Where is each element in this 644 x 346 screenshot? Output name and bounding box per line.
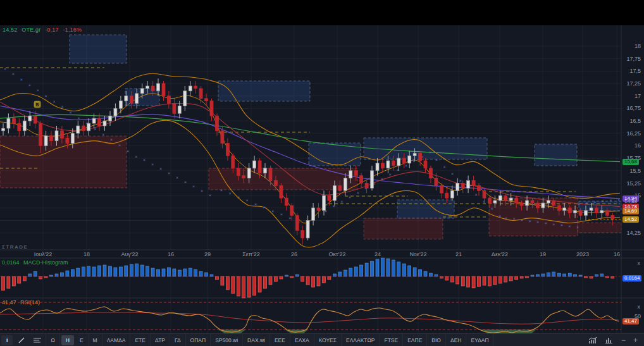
x-marker: × — [220, 188, 223, 193]
macd-histogram-bar — [269, 276, 272, 285]
x-marker: × — [443, 164, 445, 170]
chart-style-line-icon[interactable] — [585, 334, 601, 346]
timeframe-button-Ω[interactable]: Ω — [46, 334, 59, 346]
supply-demand-zone-red[interactable] — [0, 136, 127, 188]
macd-histogram-bar — [140, 265, 144, 276]
candle-body — [419, 153, 422, 161]
time-axis-strip[interactable] — [0, 250, 644, 258]
macd-histogram-bar — [430, 273, 433, 276]
symbol-button-FTSE[interactable]: FTSE — [380, 334, 403, 346]
x-marker: × — [263, 205, 266, 210]
macd-close-icon[interactable]: x — [638, 260, 641, 266]
macd-histogram-bar — [162, 269, 165, 276]
candle-body — [338, 185, 342, 190]
x-marker: × — [288, 216, 291, 221]
x-marker: × — [53, 99, 56, 104]
candle-body — [23, 121, 26, 131]
object-list-icon[interactable] — [29, 334, 46, 346]
symbol-button-DAX.wi[interactable]: DAX.wi — [243, 334, 270, 346]
candle-body — [445, 193, 449, 198]
symbol-button-SP500.wi[interactable]: SP500.wi — [211, 334, 243, 346]
supply-demand-zone-blue[interactable] — [364, 138, 487, 159]
candle-body — [146, 86, 149, 89]
price-axis-tick: 16,75 — [626, 105, 641, 111]
rsi-indicator-label[interactable]: 41,47 RSI(14) — [2, 299, 40, 306]
x-marker: × — [228, 191, 231, 196]
macd-histogram-bar — [274, 276, 277, 281]
candle-body — [600, 211, 604, 213]
volume-histogram-icon[interactable] — [601, 334, 617, 346]
timeframe-button-Ε[interactable]: Ε — [75, 334, 89, 346]
macd-histogram-bar — [39, 276, 42, 279]
trendline-tool-icon[interactable] — [14, 334, 29, 346]
symbol-button-ΕΤΕ[interactable]: ΕΤΕ — [130, 334, 151, 346]
symbol-button-ΒΙΟ[interactable]: ΒΙΟ — [427, 334, 446, 346]
macd-histogram-bar — [440, 276, 443, 278]
supply-demand-zone-red[interactable] — [578, 223, 621, 233]
price-axis-tick: 17,25 — [626, 80, 641, 87]
macd-histogram-bar — [376, 259, 379, 276]
candle-body — [247, 168, 251, 178]
macd-histogram-bar — [264, 276, 267, 288]
chart-canvas[interactable]: ××××××××××××××××××××××××××××××××××××××××… — [0, 0, 644, 346]
zoom-out-button[interactable]: − — [617, 334, 629, 346]
x-marker: × — [451, 171, 454, 176]
x-marker: × — [429, 150, 431, 155]
timeframe-button-Η[interactable]: Η — [61, 335, 74, 345]
candle-body — [103, 121, 106, 126]
time-axis-label: Νοε'22 — [409, 251, 426, 257]
time-axis-label: 18 — [84, 251, 90, 257]
macd-indicator-label[interactable]: 0,0164 MACD-Histogram — [2, 259, 68, 266]
symbol-button-ΕΛΛΑΚΤΩΡ[interactable]: ΕΛΛΑΚΤΩΡ — [342, 334, 380, 346]
bottom-toolbar: i ΩΗΕΜ ΛΑΜΔΑΕΤΕΔΤΡΓΔΟΠΑΠSP500.wiDAX.wiΕΕ… — [0, 333, 644, 346]
candle-body — [50, 136, 53, 141]
symbol-button-ΚΟΥΕΣ[interactable]: ΚΟΥΕΣ — [314, 334, 342, 346]
x-marker: × — [560, 223, 563, 228]
x-marker: × — [490, 206, 493, 211]
candle-body — [269, 168, 272, 181]
price-axis-tick: 15,25 — [626, 180, 641, 187]
x-marker: × — [435, 158, 438, 163]
rsi-name: RSI(14) — [20, 299, 40, 306]
macd-histogram-bar — [568, 273, 571, 276]
macd-histogram-bar — [413, 268, 416, 276]
symbol-button-ΔΕΗ[interactable]: ΔΕΗ — [446, 334, 467, 346]
candle-body — [210, 101, 213, 116]
info-button[interactable]: i — [1, 335, 13, 345]
candle-body — [493, 201, 497, 203]
symbol-button-ΔΤΡ[interactable]: ΔΤΡ — [151, 334, 170, 346]
candle-body — [60, 131, 63, 139]
rsi-close-icon[interactable]: x — [638, 304, 641, 310]
symbol-button-ΕΛΧΑ[interactable]: ΕΛΧΑ — [290, 334, 314, 346]
supply-demand-zone-blue[interactable] — [70, 35, 127, 63]
x-marker: × — [110, 137, 113, 142]
supply-demand-zone-blue[interactable] — [218, 81, 310, 101]
x-marker: × — [246, 198, 249, 203]
x-marker: × — [505, 216, 507, 221]
symbol-button-ΛΑΜΔΑ[interactable]: ΛΑΜΔΑ — [102, 334, 131, 346]
price-axis-tick: 17 — [635, 93, 641, 99]
candle-body — [130, 96, 133, 104]
candle-body — [585, 211, 588, 216]
macd-histogram-bar — [371, 261, 374, 276]
price-axis-tick: 14,25 — [626, 230, 641, 236]
symbol-button-ΓΔ[interactable]: ΓΔ — [170, 334, 186, 346]
symbol-info-bar[interactable]: 14,52 OTE.gr -0,17 -1,16% — [3, 27, 82, 33]
zoom-in-button[interactable]: + — [629, 334, 644, 346]
macd-histogram-bar — [365, 263, 368, 276]
symbol-button-ΕΛΠΕ[interactable]: ΕΛΠΕ — [403, 334, 427, 346]
candle-body — [360, 176, 363, 183]
symbol-button-ΕΥΔΑΠ[interactable]: ΕΥΔΑΠ — [466, 334, 493, 346]
candle-body — [333, 185, 336, 201]
supply-demand-zone-blue[interactable] — [535, 144, 577, 166]
timeframe-button-Μ[interactable]: Μ — [89, 334, 102, 346]
x-marker: × — [271, 209, 274, 214]
candle-body — [92, 118, 96, 123]
macd-histogram-bar — [600, 274, 604, 276]
x-marker: × — [536, 219, 539, 225]
symbol-button-ΕΕΕ[interactable]: ΕΕΕ — [270, 334, 290, 346]
supply-demand-zone-red[interactable] — [364, 218, 443, 239]
supply-demand-zone-blue[interactable] — [397, 200, 454, 218]
symbol-button-ΟΠΑΠ[interactable]: ΟΠΑΠ — [186, 334, 211, 346]
buy-signal-letter: B — [35, 102, 39, 107]
